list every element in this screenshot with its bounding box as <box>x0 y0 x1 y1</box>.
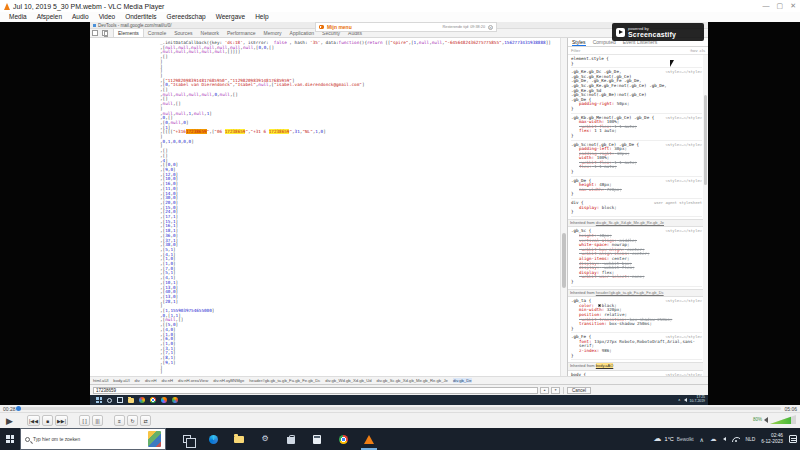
recorded-clock[interactable]: 17:25 10-7-2019 <box>690 396 705 403</box>
search-highlight-image[interactable] <box>148 431 161 447</box>
menu-audio[interactable]: Audio <box>67 12 94 22</box>
recorded-task-view-icon[interactable] <box>117 397 123 403</box>
css-selector[interactable]: .gb_Kb.gb_Me:not(.gb_Ce) .gb_De {<style>… <box>571 116 702 121</box>
taskbar-clock[interactable]: 02:46 6-12-2023 <box>761 433 783 444</box>
tab-network[interactable]: Network <box>197 29 223 37</box>
styles-tab-styles[interactable]: Styles <box>572 38 586 46</box>
random-button[interactable]: ⇄ <box>140 415 151 426</box>
css-property[interactable]: max-width: 720px; <box>571 188 702 193</box>
recorded-chrome-icon[interactable] <box>139 397 145 403</box>
weather-widget[interactable]: ☁ 1°C Bewolkt <box>654 434 694 444</box>
breadcrumb-item[interactable]: div.nH <box>145 378 157 383</box>
breadcrumb-item[interactable]: div.nH <box>162 378 174 383</box>
menu-afspelen[interactable]: Afspelen <box>32 12 67 22</box>
inspect-element-icon[interactable] <box>92 30 98 36</box>
inherited-element-link[interactable]: header#gb.gb_ta.gb_Fa.gb_Fe.gb_Dc <box>596 290 664 295</box>
video-area[interactable]: DevTools - mail.google.com/mail/u/0/ Ele… <box>0 22 800 405</box>
previous-button[interactable]: |◀◀ <box>27 415 40 426</box>
styles-filter-input[interactable]: Filter <box>571 48 580 53</box>
menu-ondertitels[interactable]: Ondertitels <box>120 12 161 22</box>
stylesheet-source-link[interactable]: <style>…</style> <box>665 143 702 148</box>
recorded-tray-chevron-icon[interactable]: ∧ <box>678 398 680 402</box>
maximize-button[interactable]: ▢ <box>777 0 784 12</box>
css-property[interactable]: -webkit-flex: 1 1 auto; <box>571 125 702 130</box>
stylesheet-source-link[interactable]: <style>…</style> <box>665 70 702 75</box>
css-property[interactable]: vertical-align: middle; <box>571 239 702 244</box>
device-toolbar-icon[interactable] <box>102 30 108 36</box>
css-property[interactable]: -webkit-align-items: center; <box>571 252 702 257</box>
code-scrollbar[interactable] <box>560 38 567 376</box>
recorded-start-button[interactable] <box>96 397 102 403</box>
loop-button[interactable]: ↻ <box>127 415 138 426</box>
find-cancel-button[interactable]: Cancel <box>567 387 591 394</box>
recorded-search-icon[interactable] <box>107 398 112 403</box>
recorded-explorer-icon[interactable] <box>128 398 134 403</box>
scrollbar-thumb[interactable] <box>562 233 566 288</box>
next-button[interactable]: ▶▶| <box>55 415 68 426</box>
find-input[interactable] <box>93 387 538 394</box>
breadcrumb-item[interactable]: div.nH.oyBNMge <box>213 378 244 383</box>
edge-button[interactable] <box>200 428 226 450</box>
css-selector[interactable]: .gb_De {<style>…</style> <box>571 179 702 184</box>
vlc-button[interactable] <box>356 428 382 450</box>
stylesheet-source-link[interactable]: <style>…</style> <box>665 116 702 121</box>
stylesheet-source-link[interactable]: <style>…</style> <box>665 179 702 184</box>
menu-gereedschap[interactable]: Gereedschap <box>162 12 211 22</box>
recorded-firefox-icon[interactable] <box>161 397 167 403</box>
volume-speaker-icon[interactable] <box>764 417 768 423</box>
extended-settings-button[interactable]: ||| <box>92 415 103 426</box>
seek-slider[interactable] <box>19 407 782 410</box>
css-property[interactable]: flex: 1 1 auto; <box>571 165 702 170</box>
menu-help[interactable]: Help <box>250 12 273 22</box>
chrome-button[interactable] <box>330 428 356 450</box>
explorer-button[interactable] <box>226 428 252 450</box>
breadcrumb-item[interactable]: div.gb_Sc.gb_Xd.gb_Me.gb_Re.gb_Je <box>377 378 448 383</box>
stylesheet-source-link[interactable]: user agent stylesheet <box>654 201 702 206</box>
task-view-button[interactable] <box>174 428 200 450</box>
tab-application[interactable]: Application <box>286 29 318 37</box>
tab-console[interactable]: Console <box>144 29 170 37</box>
styles-toggles[interactable]: :hov .cls <box>690 48 705 53</box>
tray-chevron-icon[interactable]: ∧ <box>700 436 704 443</box>
stop-button[interactable]: ■ <box>42 415 53 426</box>
menu-video[interactable]: Video <box>94 12 121 22</box>
css-property[interactable]: -webkit-user-select: none; <box>571 275 702 280</box>
fullscreen-button[interactable]: [ ] <box>79 415 90 426</box>
breadcrumb-item[interactable]: body.aUl <box>113 378 129 383</box>
keyboard-language[interactable]: NLD <box>746 437 756 442</box>
settings-button[interactable]: ⚙ <box>252 428 278 450</box>
color-swatch[interactable] <box>598 304 601 307</box>
tab-sources[interactable]: Sources <box>170 29 196 37</box>
play-button[interactable]: ▶ <box>3 414 16 427</box>
css-selector[interactable]: .gb_Sc:not(.gb_Ce) .gb_De {<style>…</sty… <box>571 143 702 148</box>
css-property[interactable]: padding-right: 30px; <box>571 152 702 157</box>
playlist-button[interactable]: ≡ <box>114 415 125 426</box>
recording-close-icon[interactable]: ✕ <box>488 25 493 30</box>
breadcrumb-item[interactable]: div <box>135 378 140 383</box>
breadcrumb-item[interactable]: html.aUl <box>93 378 108 383</box>
css-selector[interactable]: .gb_ta {<style>…</style> <box>571 299 702 304</box>
elements-code-pane[interactable]: _.initDataCallback({key: 'ds:18', isErro… <box>90 38 560 376</box>
recorded-chrome-profile-icon[interactable] <box>150 397 156 403</box>
styles-scrollbar[interactable] <box>703 55 708 376</box>
menu-media[interactable]: Media <box>4 12 32 22</box>
minimize-button[interactable]: — <box>763 0 770 12</box>
recorded-browser-icon[interactable] <box>172 397 178 403</box>
speaker-icon[interactable] <box>723 437 726 441</box>
calculator-button[interactable] <box>304 428 330 450</box>
menu-weergave[interactable]: Weergave <box>211 12 251 22</box>
css-selector[interactable]: .gb_De { <box>571 98 702 103</box>
css-selector[interactable]: .gb_Fe {<style>…</style> <box>571 335 702 340</box>
css-selector[interactable]: element.style { <box>571 57 702 62</box>
tab-performance[interactable]: Performance <box>223 29 260 37</box>
recorded-speaker-icon[interactable] <box>684 398 687 402</box>
breadcrumb-item[interactable]: div.nH.oreaView <box>178 378 208 383</box>
store-button[interactable] <box>278 428 304 450</box>
start-button[interactable] <box>0 428 20 450</box>
css-selector[interactable]: div {user agent stylesheet <box>571 201 702 206</box>
breadcrumb-item[interactable]: div.gb_De <box>453 378 472 383</box>
find-next-button[interactable]: ▼ <box>551 387 560 394</box>
taskbar-search-box[interactable]: Typ hier om te zoeken <box>20 428 166 450</box>
scrollbar-thumb[interactable] <box>704 95 707 185</box>
css-property[interactable]: display: -webkit-flex; <box>571 266 702 271</box>
